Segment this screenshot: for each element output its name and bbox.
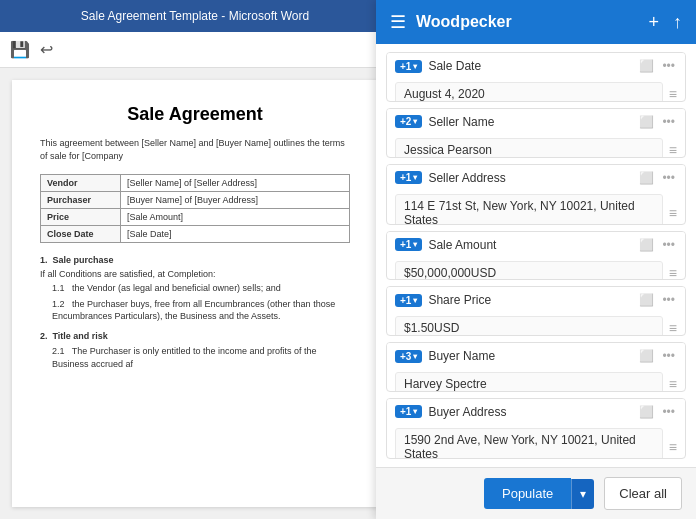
copy-icon[interactable]: ⬜ [637,348,656,364]
field-card: +2 ▾ Seller Name ⬜ ••• Jessica Pearson ≡ [386,108,686,158]
menu-icon[interactable]: ☰ [390,11,406,33]
field-card: +1 ▾ Sale Date ⬜ ••• August 4, 2020 ≡ [386,52,686,102]
field-badge[interactable]: +1 ▾ [395,238,422,251]
list-icon[interactable]: ≡ [669,86,677,102]
chevron-down-icon: ▾ [413,62,417,71]
field-name: Seller Name [428,115,631,129]
field-badge[interactable]: +1 ▾ [395,60,422,73]
field-badge[interactable]: +3 ▾ [395,350,422,363]
undo-icon[interactable]: ↩ [40,40,53,59]
field-name: Sale Date [428,59,631,73]
badge-count: +2 [400,116,411,127]
section-title: 1. Sale purchase [40,255,350,265]
field-card: +1 ▾ Buyer Address ⬜ ••• 1590 2nd Ave, N… [386,398,686,459]
list-icon[interactable]: ≡ [669,376,677,392]
table-label: Price [41,209,121,226]
field-card: +1 ▾ Seller Address ⬜ ••• 114 E 71st St,… [386,164,686,225]
list-icon[interactable]: ≡ [669,439,677,455]
copy-icon[interactable]: ⬜ [637,237,656,253]
field-name: Share Price [428,293,631,307]
field-badge[interactable]: +1 ▾ [395,405,422,418]
more-icon[interactable]: ••• [660,292,677,308]
list-icon[interactable]: ≡ [669,320,677,336]
more-icon[interactable]: ••• [660,237,677,253]
field-name: Seller Address [428,171,631,185]
field-value: 114 E 71st St, New York, NY 10021, Unite… [395,194,663,225]
field-value-row: August 4, 2020 ≡ [387,79,685,102]
clear-all-button[interactable]: Clear all [604,477,682,510]
subsection: 2.1 The Purchaser is only entitled to th… [40,345,350,370]
table-label: Purchaser [41,192,121,209]
list-icon[interactable]: ≡ [669,265,677,281]
field-badge[interactable]: +1 ▾ [395,171,422,184]
field-name: Buyer Name [428,349,631,363]
wp-header-actions: + ↑ [648,12,682,33]
badge-count: +1 [400,61,411,72]
more-icon[interactable]: ••• [660,404,677,420]
copy-icon[interactable]: ⬜ [637,170,656,186]
doc-table: Vendor[Seller Name] of [Seller Address]P… [40,174,350,243]
table-value: [Buyer Name] of [Buyer Address] [121,192,350,209]
wp-fields: +1 ▾ Sale Date ⬜ ••• August 4, 2020 ≡ +2… [376,44,696,467]
save-icon[interactable]: 💾 [10,40,30,59]
doc-intro: This agreement between [Seller Name] and… [40,137,350,162]
word-toolbar: 💾 ↩ [0,32,390,68]
upload-icon[interactable]: ↑ [673,12,682,33]
copy-icon[interactable]: ⬜ [637,404,656,420]
badge-count: +1 [400,172,411,183]
field-header: +1 ▾ Share Price ⬜ ••• [387,287,685,313]
field-value-row: Jessica Pearson ≡ [387,135,685,158]
list-icon[interactable]: ≡ [669,142,677,158]
chevron-down-icon: ▾ [413,407,417,416]
copy-icon[interactable]: ⬜ [637,58,656,74]
more-icon[interactable]: ••• [660,114,677,130]
chevron-down-icon: ▾ [413,352,417,361]
chevron-down-icon: ▾ [413,117,417,126]
field-card: +1 ▾ Share Price ⬜ ••• $1.50USD ≡ [386,286,686,336]
doc-section: 1. Sale purchaseIf all Conditions are sa… [40,255,350,323]
table-label: Vendor [41,175,121,192]
doc-title: Sale Agreement [40,104,350,125]
word-document: Sale Agreement This agreement between [S… [12,80,378,507]
more-icon[interactable]: ••• [660,58,677,74]
badge-count: +1 [400,295,411,306]
field-value: $50,000,000USD [395,261,663,281]
field-header-icons: ⬜ ••• [637,348,677,364]
field-header: +1 ▾ Seller Address ⬜ ••• [387,165,685,191]
field-value: Harvey Spectre [395,372,663,392]
add-icon[interactable]: + [648,12,659,33]
section-title: 2. Title and risk [40,331,350,341]
field-card: +3 ▾ Buyer Name ⬜ ••• Harvey Spectre ≡ [386,342,686,392]
field-header: +2 ▾ Seller Name ⬜ ••• [387,109,685,135]
field-value-row: Harvey Spectre ≡ [387,369,685,392]
copy-icon[interactable]: ⬜ [637,292,656,308]
field-value-row: $1.50USD ≡ [387,313,685,336]
badge-count: +1 [400,406,411,417]
more-icon[interactable]: ••• [660,348,677,364]
copy-icon[interactable]: ⬜ [637,114,656,130]
woodpecker-panel: ☰ Woodpecker + ↑ +1 ▾ Sale Date ⬜ ••• Au… [376,0,696,519]
field-badge[interactable]: +2 ▾ [395,115,422,128]
chevron-down-icon: ▾ [413,240,417,249]
table-value: [Seller Name] of [Seller Address] [121,175,350,192]
field-name: Buyer Address [428,405,631,419]
more-icon[interactable]: ••• [660,170,677,186]
field-value-row: 114 E 71st St, New York, NY 10021, Unite… [387,191,685,225]
field-card: +1 ▾ Sale Amount ⬜ ••• $50,000,000USD ≡ [386,231,686,281]
chevron-down-icon: ▾ [413,173,417,182]
populate-dropdown-button[interactable]: ▾ [571,479,594,509]
table-label: Close Date [41,226,121,243]
section-body: If all Conditions are satisfied, at Comp… [40,269,350,279]
field-header: +1 ▾ Sale Date ⬜ ••• [387,53,685,79]
wp-footer: Populate ▾ Clear all [376,467,696,519]
field-header: +1 ▾ Sale Amount ⬜ ••• [387,232,685,258]
chevron-down-icon: ▾ [413,296,417,305]
list-icon[interactable]: ≡ [669,205,677,221]
field-badge[interactable]: +1 ▾ [395,294,422,307]
populate-button[interactable]: Populate [484,478,571,509]
field-value-row: 1590 2nd Ave, New York, NY 10021, United… [387,425,685,459]
subsection: 1.1 the Vendor (as legal and beneficial … [40,282,350,295]
field-name: Sale Amount [428,238,631,252]
table-row: Purchaser[Buyer Name] of [Buyer Address] [41,192,350,209]
wp-title: Woodpecker [416,13,638,31]
